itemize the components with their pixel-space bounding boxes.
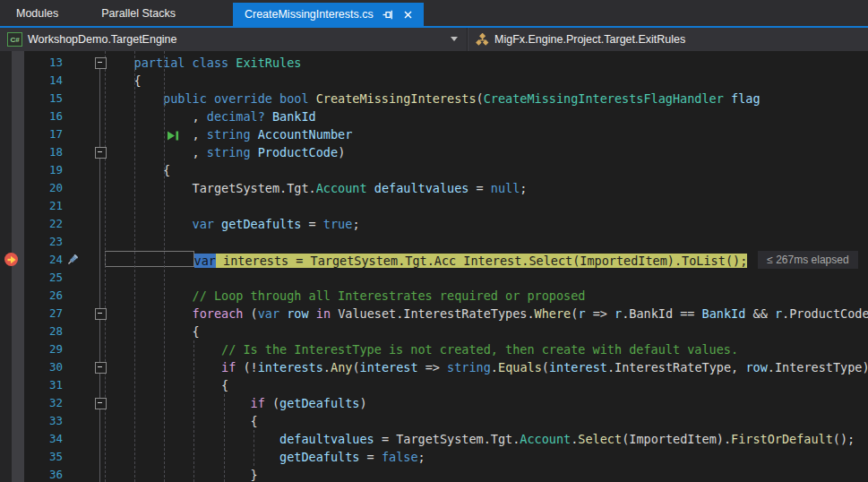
perf-tip[interactable]: ≤ 267ms elapsed bbox=[758, 251, 857, 269]
tab-create-missing-interests[interactable]: CreateMissingInterests.cs bbox=[233, 3, 424, 26]
code-text: { bbox=[105, 161, 170, 179]
run-to-cursor-icon[interactable] bbox=[167, 129, 180, 145]
code-text: { bbox=[105, 412, 258, 430]
line-number: 16 bbox=[0, 108, 63, 125]
vs-window: Modules Parallel Stacks CreateMissingInt… bbox=[0, 0, 868, 482]
selected-word: var bbox=[194, 254, 216, 268]
line-number: 34 bbox=[0, 430, 63, 448]
line-number: 28 bbox=[0, 323, 63, 340]
fold-collapse-box[interactable] bbox=[95, 308, 107, 320]
code-text: defaultvalues = TargetSystem.Tgt.Account… bbox=[105, 430, 855, 448]
line-number: 29 bbox=[0, 340, 63, 358]
current-statement-breakpoint-icon[interactable] bbox=[4, 253, 18, 266]
code-text: if (!interests.Any(interest => string.Eq… bbox=[105, 358, 868, 376]
code-line[interactable]: 19 { bbox=[0, 161, 868, 179]
code-line[interactable]: 36 } bbox=[0, 466, 868, 482]
project-dropdown[interactable]: C# WorkshopDemo.TargetEngine bbox=[0, 28, 468, 51]
code-line[interactable]: 18 , string ProductCode) bbox=[0, 143, 868, 161]
tab-label: Modules bbox=[16, 7, 58, 20]
code-line[interactable]: 13 partial class ExitRules bbox=[0, 54, 868, 72]
navigation-bar: C# WorkshopDemo.TargetEngine MigFx.Engin… bbox=[0, 28, 868, 52]
editor[interactable]: 13 partial class ExitRules14 {15 public … bbox=[0, 51, 868, 482]
code-text: public override bool CreateMissingIntere… bbox=[105, 90, 761, 108]
code-line[interactable]: 22 var getDeafults = true; bbox=[0, 215, 868, 233]
pin-icon[interactable] bbox=[382, 8, 394, 21]
code-line[interactable]: 23 bbox=[0, 233, 868, 251]
current-statement-indent-box bbox=[105, 251, 194, 267]
code-text: { bbox=[105, 72, 142, 90]
code-line[interactable]: 16 , decimal? BankId bbox=[0, 108, 868, 125]
code-line[interactable]: 21 bbox=[0, 197, 868, 215]
tab-label: Parallel Stacks bbox=[101, 7, 176, 20]
code-line[interactable]: 35 getDeafults = false; bbox=[0, 448, 868, 466]
code-line[interactable]: 17 , string AccountNumber bbox=[0, 125, 868, 143]
pinned-datatip-needle-icon[interactable] bbox=[64, 252, 81, 271]
line-number: 15 bbox=[0, 90, 63, 108]
code-text: var interests = TargetSystem.Tgt.Acc_Int… bbox=[105, 251, 858, 269]
csharp-project-icon: C# bbox=[7, 32, 22, 47]
code-line[interactable]: 34 defaultvalues = TargetSystem.Tgt.Acco… bbox=[0, 430, 868, 448]
line-number: 25 bbox=[0, 269, 63, 287]
code-text: { bbox=[105, 323, 200, 340]
code-text: , string ProductCode) bbox=[105, 143, 345, 161]
type-dropdown-label: MigFx.Engine.Project.Target.ExitRules bbox=[494, 33, 685, 46]
line-number: 35 bbox=[0, 448, 63, 466]
code-line[interactable]: 25 bbox=[0, 269, 868, 287]
indent-guide bbox=[164, 51, 165, 482]
code-line[interactable]: 33 { bbox=[0, 412, 868, 430]
outline-margin-line bbox=[99, 67, 100, 482]
code-text: if (getDeafults) bbox=[105, 394, 367, 412]
type-dropdown[interactable]: MigFx.Engine.Project.Target.ExitRules bbox=[468, 28, 868, 51]
close-icon[interactable] bbox=[402, 8, 415, 21]
indent-guide bbox=[134, 51, 135, 482]
document-tab-bar: Modules Parallel Stacks CreateMissingInt… bbox=[0, 0, 868, 26]
code-line[interactable]: 15 public override bool CreateMissingInt… bbox=[0, 90, 868, 108]
code-line[interactable]: 28 { bbox=[0, 323, 868, 340]
line-number: 20 bbox=[0, 179, 63, 197]
code-text: // Is the InterestType is not created, t… bbox=[105, 340, 738, 358]
line-number: 36 bbox=[0, 466, 63, 482]
code-line[interactable]: 30 if (!interests.Any(interest => string… bbox=[0, 358, 868, 376]
line-number: 31 bbox=[0, 376, 63, 394]
line-number: 33 bbox=[0, 412, 63, 430]
code-line[interactable]: 20 TargetSystem.Tgt.Account defaultvalue… bbox=[0, 179, 868, 197]
tab-parallel-stacks[interactable]: Parallel Stacks bbox=[80, 0, 197, 26]
line-number: 23 bbox=[0, 233, 63, 251]
code-line[interactable]: 29 // Is the InterestType is not created… bbox=[0, 340, 868, 358]
line-number: 30 bbox=[0, 358, 63, 376]
line-number: 13 bbox=[0, 54, 63, 72]
line-number: 14 bbox=[0, 72, 63, 90]
code-line[interactable]: 26 // Loop through all Interestrates req… bbox=[0, 287, 868, 305]
indent-guide bbox=[105, 51, 106, 482]
line-number: 18 bbox=[0, 143, 63, 161]
fold-collapse-box[interactable] bbox=[95, 362, 107, 374]
code-line[interactable]: 31 { bbox=[0, 376, 868, 394]
fold-collapse-box[interactable] bbox=[95, 147, 107, 159]
code-text: getDeafults = false; bbox=[105, 448, 425, 466]
current-line-highlight: var interests = TargetSystem.Tgt.Acc_Int… bbox=[194, 254, 748, 268]
code-text: foreach (var row in Valueset.InterestRat… bbox=[105, 305, 868, 323]
class-icon bbox=[476, 33, 489, 47]
fold-collapse-box[interactable] bbox=[95, 398, 107, 409]
code-text: } bbox=[105, 466, 258, 482]
code-text: // Loop through all Interestrates requir… bbox=[105, 287, 585, 305]
code-line[interactable]: 24 var interests = TargetSystem.Tgt.Acc_… bbox=[0, 251, 868, 269]
line-number: 19 bbox=[0, 161, 63, 179]
code-line[interactable]: 32 if (getDeafults) bbox=[0, 394, 868, 412]
line-number: 17 bbox=[0, 125, 63, 143]
code-line[interactable]: 14 { bbox=[0, 72, 868, 90]
code-text: TargetSystem.Tgt.Account defaultvalues =… bbox=[105, 179, 527, 197]
tab-modules[interactable]: Modules bbox=[0, 0, 80, 26]
line-number: 22 bbox=[0, 215, 63, 233]
code-text: var getDeafults = true; bbox=[105, 215, 360, 233]
fold-collapse-box[interactable] bbox=[95, 57, 107, 69]
line-number: 32 bbox=[0, 394, 63, 412]
code-text: , decimal? BankId bbox=[105, 108, 316, 125]
indent-guide bbox=[193, 340, 194, 482]
chevron-down-icon[interactable] bbox=[451, 37, 458, 41]
indent-guide bbox=[254, 430, 254, 466]
project-dropdown-label: WorkshopDemo.TargetEngine bbox=[28, 33, 177, 46]
code-line[interactable]: 27 foreach (var row in Valueset.Interest… bbox=[0, 305, 868, 323]
indent-guide bbox=[224, 394, 225, 482]
code-lines: 13 partial class ExitRules14 {15 public … bbox=[0, 54, 868, 482]
